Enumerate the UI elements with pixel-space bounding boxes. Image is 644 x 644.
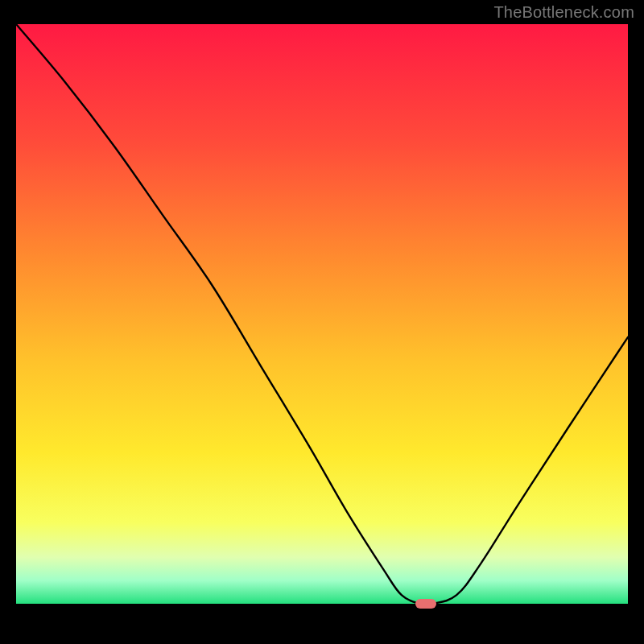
watermark-text: TheBottleneck.com <box>493 3 634 22</box>
chart-plot <box>16 24 628 604</box>
chart-frame <box>16 24 628 628</box>
optimal-marker <box>415 599 437 609</box>
chart-background <box>16 24 628 604</box>
chart-svg <box>16 24 628 604</box>
